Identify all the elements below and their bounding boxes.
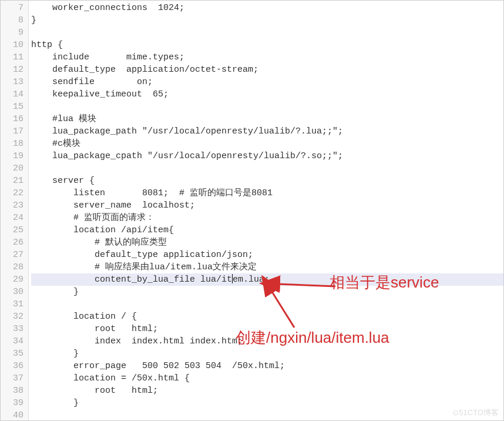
code-line[interactable]: root html; — [31, 323, 503, 335]
line-number: 23 — [2, 199, 23, 212]
line-number: 9 — [2, 26, 23, 39]
line-number: 11 — [2, 51, 23, 64]
line-number: 28 — [2, 261, 23, 273]
line-number: 27 — [2, 249, 23, 261]
code-line[interactable]: location = /50x.html { — [31, 372, 503, 385]
code-line[interactable]: } — [31, 286, 503, 298]
line-number: 32 — [2, 310, 23, 323]
line-number: 15 — [2, 101, 23, 113]
code-editor[interactable]: 7891011121314151617181920212223242526272… — [1, 1, 503, 420]
code-line[interactable]: http { — [31, 39, 503, 51]
code-line[interactable]: root html; — [31, 385, 503, 397]
code-line[interactable]: sendfile on; — [31, 76, 503, 88]
code-line[interactable]: include mime.types; — [31, 51, 503, 64]
line-number: 20 — [2, 162, 23, 175]
line-number: 31 — [2, 298, 23, 310]
code-line[interactable]: # 监听页面的请求： — [31, 212, 503, 224]
code-line[interactable]: content_by_lua_file lua/item.lua; — [31, 273, 503, 286]
line-number: 26 — [2, 236, 23, 249]
code-line[interactable]: #c模块 — [31, 138, 503, 150]
code-line[interactable]: error_page 500 502 503 504 /50x.html; — [31, 360, 503, 372]
code-line[interactable]: lua_package_cpath "/usr/local/openresty/… — [31, 150, 503, 162]
text-cursor — [232, 274, 233, 283]
line-number: 35 — [2, 348, 23, 360]
code-line[interactable]: } — [31, 397, 503, 409]
line-number: 21 — [2, 175, 23, 187]
code-line[interactable] — [31, 298, 503, 310]
code-line[interactable] — [31, 162, 503, 175]
code-line[interactable]: server_name localhost; — [31, 199, 503, 212]
code-line[interactable]: location /api/item{ — [31, 224, 503, 236]
line-number: 13 — [2, 76, 23, 88]
code-line[interactable] — [31, 409, 503, 421]
code-area[interactable]: worker_connections 1024;}http { include … — [29, 1, 503, 420]
line-gutter: 7891011121314151617181920212223242526272… — [1, 1, 29, 420]
line-number: 34 — [2, 335, 23, 348]
line-number: 29 — [2, 273, 23, 286]
line-number: 18 — [2, 138, 23, 150]
code-line[interactable]: index index.html index.htm; — [31, 335, 503, 348]
code-line[interactable]: listen 8081; # 监听的端口号是8081 — [31, 187, 503, 199]
line-number: 8 — [2, 14, 23, 26]
line-number: 17 — [2, 125, 23, 138]
line-number: 30 — [2, 286, 23, 298]
code-line[interactable]: } — [31, 14, 503, 26]
code-line[interactable]: lua_package_path "/usr/local/openresty/l… — [31, 125, 503, 138]
watermark: ⊙51CTO博客 — [452, 407, 499, 418]
code-line[interactable]: # 响应结果由lua/item.lua文件来决定 — [31, 261, 503, 273]
line-number: 25 — [2, 224, 23, 236]
line-number: 7 — [2, 2, 23, 14]
code-line[interactable]: server { — [31, 175, 503, 187]
line-number: 22 — [2, 187, 23, 199]
line-number: 14 — [2, 88, 23, 101]
code-line[interactable]: keepalive_timeout 65; — [31, 88, 503, 101]
code-line[interactable]: #lua 模块 — [31, 113, 503, 125]
code-line[interactable]: } — [31, 348, 503, 360]
line-number: 16 — [2, 113, 23, 125]
line-number: 36 — [2, 360, 23, 372]
line-number: 37 — [2, 372, 23, 385]
line-number: 12 — [2, 64, 23, 76]
code-line[interactable]: location / { — [31, 310, 503, 323]
code-line[interactable]: default_type application/json; — [31, 249, 503, 261]
line-number: 39 — [2, 397, 23, 409]
line-number: 24 — [2, 212, 23, 224]
code-line[interactable]: default_type application/octet-stream; — [31, 64, 503, 76]
line-number: 10 — [2, 39, 23, 51]
line-number: 40 — [2, 409, 23, 421]
line-number: 38 — [2, 385, 23, 397]
code-line[interactable]: # 默认的响应类型 — [31, 236, 503, 249]
line-number: 33 — [2, 323, 23, 335]
code-line[interactable]: worker_connections 1024; — [31, 2, 503, 14]
line-number: 19 — [2, 150, 23, 162]
code-line[interactable] — [31, 101, 503, 113]
code-line[interactable] — [31, 26, 503, 39]
